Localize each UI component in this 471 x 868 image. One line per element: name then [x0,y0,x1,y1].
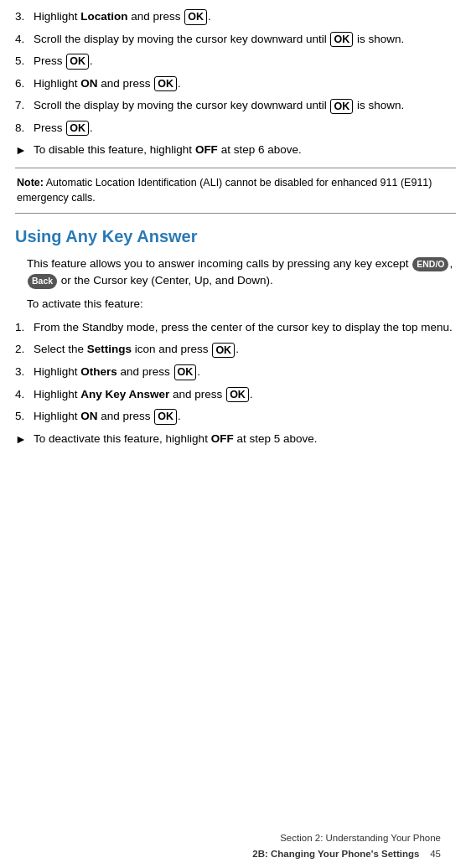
step-num-7: 7. [15,97,32,114]
step-num-8: 8. [15,120,32,137]
step-text-b2: Select the Settings icon and press OK. [34,341,456,358]
footer-line1: Section 2: Understanding Your Phone [252,830,441,845]
footer: Section 2: Understanding Your Phone 2B: … [252,830,441,861]
step-b3: 3. Highlight Others and press OK. [15,364,456,380]
ok-badge-b2: OK [212,343,235,358]
note-label: Note: [17,177,44,189]
page-wrapper: 3. Highlight Location and press OK. 4. S… [15,8,456,868]
ok-badge-3: OK [184,9,207,24]
bullet-bottom-text: To deactivate this feature, highlight OF… [34,431,456,447]
ok-badge-5: OK [66,54,89,69]
ok-badge-8: OK [66,121,89,136]
step-text-b4: Highlight Any Key Answer and press OK. [34,386,456,403]
step-b4: 4. Highlight Any Key Answer and press OK… [15,386,456,403]
step-text-5: Press OK. [34,53,456,70]
bullet-arrow-top: ► [15,142,30,158]
step-8: 8. Press OK. [15,120,456,137]
ok-badge-b4: OK [226,387,249,402]
step-4: 4. Scroll the display by moving the curs… [15,31,456,48]
step-text-b5: Highlight ON and press OK. [34,408,456,425]
ok-badge-b5: OK [154,409,177,424]
intro-text: This feature allows you to answer incomi… [27,256,456,290]
bullet-top-text: To disable this feature, highlight OFF a… [34,142,456,158]
step-b2: 2. Select the Settings icon and press OK… [15,341,456,358]
step-text-3: Highlight Location and press OK. [34,8,456,25]
step-num-b1: 1. [15,319,32,336]
step-num-b5: 5. [15,408,32,425]
step-3: 3. Highlight Location and press OK. [15,8,456,25]
step-b1: 1. From the Standby mode, press the cent… [15,319,456,336]
footer-section-bold: 2B: Changing Your Phone's Settings [252,849,419,859]
step-text-4: Scroll the display by moving the cursor … [34,31,456,48]
step-num-b4: 4. [15,386,32,403]
note-text: Automatic Location Identification (ALI) … [17,177,432,204]
footer-page: 45 [430,849,441,859]
step-num-3: 3. [15,8,32,25]
section-heading: Using Any Key Answer [15,225,456,247]
step-text-7: Scroll the display by moving the cursor … [34,97,456,114]
bullet-top: ► To disable this feature, highlight OFF… [15,142,456,158]
step-b5: 5. Highlight ON and press OK. [15,408,456,425]
ok-badge-b3: OK [174,364,197,380]
activate-text: To activate this feature: [27,296,456,313]
step-num-4: 4. [15,31,32,48]
step-num-6: 6. [15,75,32,92]
step-7: 7. Scroll the display by moving the curs… [15,97,456,114]
bottom-steps-list: 1. From the Standby mode, press the cent… [15,319,456,425]
step-5: 5. Press OK. [15,53,456,70]
back-key-badge: Back [28,274,57,289]
step-text-b3: Highlight Others and press OK. [34,364,456,380]
note-box: Note: Automatic Location Identification … [15,168,456,214]
top-steps-list: 3. Highlight Location and press OK. 4. S… [15,8,456,136]
ok-badge-4: OK [330,32,353,47]
footer-line2: 2B: Changing Your Phone's Settings 45 [252,846,441,861]
step-num-b2: 2. [15,341,32,358]
step-num-5: 5. [15,53,32,70]
step-num-b3: 3. [15,364,32,380]
bullet-arrow-bottom: ► [15,431,30,447]
step-text-8: Press OK. [34,120,456,137]
step-text-b1: From the Standby mode, press the center … [34,319,456,336]
ok-badge-6: OK [154,76,177,91]
bullet-bottom: ► To deactivate this feature, highlight … [15,431,456,447]
step-text-6: Highlight ON and press OK. [34,75,456,92]
end-key-badge: END/O [412,257,448,272]
step-6: 6. Highlight ON and press OK. [15,75,456,92]
ok-badge-7: OK [330,99,353,114]
